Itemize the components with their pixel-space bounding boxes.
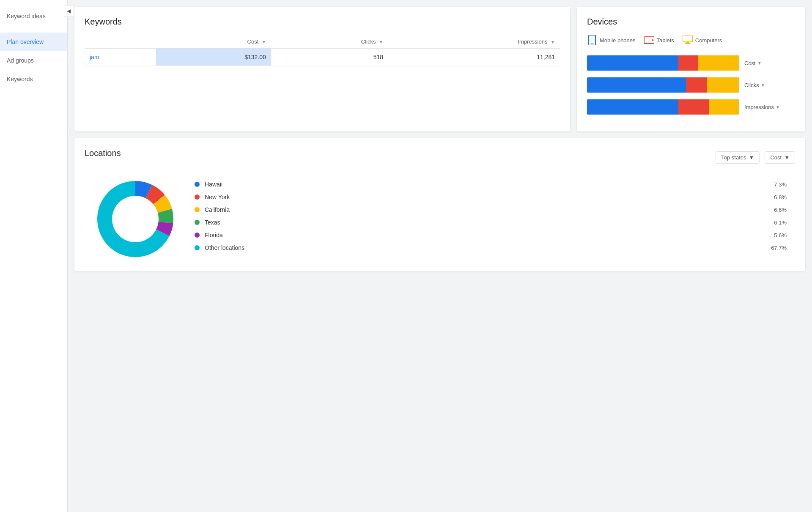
col-keyword xyxy=(85,35,156,49)
mobile-icon xyxy=(587,35,597,45)
svg-rect-6 xyxy=(685,43,691,44)
bar-label[interactable]: Impressions ▼ xyxy=(744,104,795,110)
bar-segment xyxy=(707,77,739,93)
dropdown-arrow-2: ▼ xyxy=(784,154,790,161)
device-bars: Cost ▼Clicks ▼Impressions ▼ xyxy=(587,55,795,115)
locations-controls: Top states ▼ Cost ▼ xyxy=(716,151,795,164)
locations-card: Locations Top states ▼ Cost ▼ Hawaii 7.3… xyxy=(74,138,805,271)
bar-label[interactable]: Clicks ▼ xyxy=(744,82,795,88)
legend-name: Other locations xyxy=(205,244,765,251)
locations-title: Locations xyxy=(85,148,121,158)
bar-segment xyxy=(686,77,707,93)
clicks-sort-arrow: ▼ xyxy=(379,40,383,44)
sidebar-item-keywords[interactable]: Keywords xyxy=(0,70,67,88)
main-content: Keywords Cost ▼ Clicks ▼ xyxy=(68,0,812,512)
bar-label[interactable]: Cost ▼ xyxy=(744,60,795,66)
sidebar-item-keyword-ideas[interactable]: Keyword ideas xyxy=(0,7,67,25)
bar-container xyxy=(587,55,739,71)
keywords-card: Keywords Cost ▼ Clicks ▼ xyxy=(74,7,570,131)
keywords-title: Keywords xyxy=(85,17,560,27)
legend-pct: 7.3% xyxy=(765,181,787,188)
bar-container xyxy=(587,99,739,115)
keyword-cell[interactable]: jam xyxy=(85,49,156,66)
impressions-cell: 11,281 xyxy=(388,49,560,66)
sidebar-divider xyxy=(0,29,67,29)
bar-segment xyxy=(698,55,739,71)
svg-rect-5 xyxy=(686,42,689,43)
bar-container xyxy=(587,77,739,93)
legend-tablets: Tablets xyxy=(644,35,674,45)
sidebar-toggle[interactable]: ◀ xyxy=(64,5,74,17)
legend-name: New York xyxy=(205,194,765,200)
keywords-table: Cost ▼ Clicks ▼ Impressions ▼ xyxy=(85,35,560,66)
legend-row-california: California 6.6% xyxy=(195,206,787,213)
legend-pct: 5.6% xyxy=(765,232,787,238)
legend-row-new-york: New York 6.8% xyxy=(195,194,787,200)
sidebar-item-plan-overview[interactable]: Plan overview xyxy=(0,33,67,51)
cost-dropdown[interactable]: Cost ▼ xyxy=(765,151,795,164)
col-clicks[interactable]: Clicks ▼ xyxy=(271,35,388,49)
legend-pct: 6.8% xyxy=(765,194,787,200)
bar-segment xyxy=(709,99,739,115)
donut-chart xyxy=(93,177,178,261)
devices-title: Devices xyxy=(587,17,795,27)
computer-icon xyxy=(683,35,693,45)
locations-header: Locations Top states ▼ Cost ▼ xyxy=(85,148,795,167)
cost-cell: $132.00 xyxy=(156,49,271,66)
devices-card: Devices Mobile phones xyxy=(577,7,805,131)
legend-dot xyxy=(195,233,200,238)
legend-name: Texas xyxy=(205,219,765,226)
legend-pct: 6.1% xyxy=(765,219,787,226)
legend-dot xyxy=(195,207,200,212)
tablet-icon xyxy=(644,35,654,45)
device-legend: Mobile phones Tablets xyxy=(587,35,795,45)
legend-row-hawaii: Hawaii 7.3% xyxy=(195,181,787,188)
legend-computers: Computers xyxy=(683,35,722,45)
table-row: jam $132.00 518 11,281 xyxy=(85,49,560,66)
legend-mobile: Mobile phones xyxy=(587,35,636,45)
svg-rect-1 xyxy=(590,44,594,44)
bar-segment xyxy=(587,55,678,71)
legend-name: California xyxy=(205,206,765,213)
bar-segment xyxy=(678,55,698,71)
legend-row-texas: Texas 6.1% xyxy=(195,219,787,226)
impressions-sort-arrow: ▼ xyxy=(551,40,555,44)
col-cost[interactable]: Cost ▼ xyxy=(156,35,271,49)
legend-dot xyxy=(195,194,200,200)
legend-dot xyxy=(195,220,200,225)
locations-content: Hawaii 7.3% New York 6.8% California 6.6… xyxy=(85,177,795,261)
bar-segment xyxy=(587,77,686,93)
dropdown-arrow: ▼ xyxy=(749,154,754,161)
legend-name: Florida xyxy=(205,232,765,238)
col-impressions[interactable]: Impressions ▼ xyxy=(388,35,560,49)
svg-rect-3 xyxy=(652,39,653,41)
svg-rect-4 xyxy=(683,36,693,42)
bar-segment xyxy=(678,99,709,115)
top-states-dropdown[interactable]: Top states ▼ xyxy=(716,151,760,164)
bar-segment xyxy=(587,99,678,115)
top-row: Keywords Cost ▼ Clicks ▼ xyxy=(74,7,805,131)
legend-row-florida: Florida 5.6% xyxy=(195,232,787,238)
device-bar-row: Cost ▼ xyxy=(587,55,795,71)
sidebar: ◀ Keyword ideas Plan overview Ad groups … xyxy=(0,0,68,512)
legend-name: Hawaii xyxy=(205,181,765,188)
legend-pct: 6.6% xyxy=(765,207,787,213)
sidebar-item-ad-groups[interactable]: Ad groups xyxy=(0,51,67,70)
locations-legend: Hawaii 7.3% New York 6.8% California 6.6… xyxy=(195,181,787,257)
legend-dot xyxy=(195,182,200,187)
device-bar-row: Impressions ▼ xyxy=(587,99,795,115)
cost-sort-arrow: ▼ xyxy=(262,40,266,44)
clicks-cell: 518 xyxy=(271,49,388,66)
legend-dot xyxy=(195,245,200,250)
legend-row-other: Other locations 67.7% xyxy=(195,244,787,251)
device-bar-row: Clicks ▼ xyxy=(587,77,795,93)
legend-pct: 67.7% xyxy=(765,245,787,251)
